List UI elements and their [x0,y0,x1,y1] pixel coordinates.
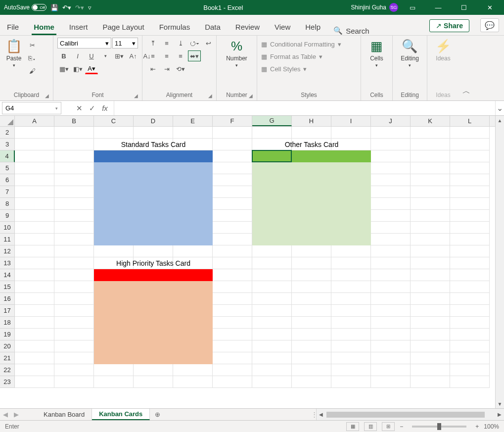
tab-review[interactable]: Review [233,20,262,35]
cell[interactable] [134,139,173,150]
user-avatar[interactable]: SG [389,3,398,12]
cell[interactable] [331,305,371,317]
row-header[interactable]: 4 [0,150,15,162]
new-sheet-button[interactable]: ⊕ [150,409,165,420]
cell[interactable] [54,305,94,317]
cell[interactable] [371,376,411,388]
card-body[interactable] [94,162,213,245]
cell[interactable] [450,376,490,388]
cell[interactable] [213,340,252,352]
zoom-slider[interactable] [412,426,466,428]
cell[interactable] [292,269,331,281]
number-format-button[interactable]: % Number ▾ [224,38,249,69]
redo-icon[interactable]: ↷▾ [75,4,84,11]
column-header[interactable]: F [213,116,252,126]
cell[interactable] [252,293,292,305]
cell[interactable] [371,150,411,162]
cell[interactable] [252,329,292,340]
column-header[interactable]: C [94,116,134,126]
cell[interactable] [450,150,490,162]
italic-button[interactable]: I [71,50,84,61]
cell[interactable] [411,186,450,198]
fx-icon[interactable]: fx [99,104,111,112]
cell[interactable] [450,222,490,234]
sheet-nav-prev-icon[interactable]: ◀ [0,409,11,420]
cell[interactable] [371,269,411,281]
merge-center-button[interactable]: ⬌▾ [188,50,201,61]
cell[interactable] [94,245,134,257]
cell[interactable] [134,376,173,388]
card-header[interactable] [94,150,213,162]
paste-button[interactable]: 📋 Paste ▾ [4,38,24,69]
cell[interactable] [450,174,490,186]
cell[interactable] [213,222,252,234]
row-header[interactable]: 10 [0,222,15,234]
horizontal-scrollbar[interactable]: ◀ ▶ [316,409,504,420]
row-header[interactable]: 22 [0,364,15,376]
orientation-icon[interactable]: ⭯▾ [188,38,201,48]
cell[interactable] [371,139,411,150]
cell[interactable] [15,352,54,364]
cell[interactable] [94,257,134,269]
cell[interactable] [213,329,252,340]
cell[interactable] [54,317,94,329]
vertical-scrollbar[interactable]: ▲ ▼ [495,116,504,408]
rtl-icon[interactable]: ⟲▾ [174,63,187,74]
column-header[interactable]: B [54,116,94,126]
cell[interactable] [213,174,252,186]
cell[interactable] [213,234,252,245]
decrease-indent-icon[interactable]: ⇤ [146,63,159,74]
row-header[interactable]: 8 [0,198,15,210]
cell[interactable] [94,127,134,139]
cell[interactable] [173,245,213,257]
fill-color-icon[interactable]: ◧▾ [71,63,84,74]
cell[interactable] [411,269,450,281]
cell[interactable] [371,257,411,269]
card-header[interactable] [252,150,371,162]
row-header[interactable]: 21 [0,352,15,364]
cell[interactable] [371,245,411,257]
cell[interactable] [15,234,54,245]
cell[interactable] [292,364,331,376]
cell[interactable] [213,352,252,364]
cell[interactable] [450,281,490,293]
cell[interactable] [252,127,292,139]
cell[interactable] [331,329,371,340]
cell[interactable] [411,364,450,376]
cell[interactable] [54,127,94,139]
cell[interactable] [371,305,411,317]
tell-me-search[interactable]: 🔍 Search [333,26,369,35]
cancel-icon[interactable]: ✕ [73,104,85,113]
cell[interactable] [213,210,252,222]
cell[interactable] [213,293,252,305]
row-header[interactable]: 12 [0,245,15,257]
align-right-icon[interactable]: ≡ [174,50,187,61]
cell[interactable] [411,281,450,293]
cell[interactable] [450,257,490,269]
column-header[interactable]: D [134,116,173,126]
cell[interactable] [411,340,450,352]
cell[interactable] [213,269,252,281]
card-body[interactable] [94,281,213,364]
tab-page-layout[interactable]: Page Layout [100,20,146,35]
column-header[interactable]: E [173,116,213,126]
cell[interactable] [411,305,450,317]
cell[interactable] [292,329,331,340]
formula-input[interactable] [114,101,495,115]
cell[interactable] [173,376,213,388]
tab-formulas[interactable]: Formulas [157,20,192,35]
sheet-nav-next-icon[interactable]: ▶ [11,409,22,420]
cell[interactable] [450,340,490,352]
cell[interactable] [450,305,490,317]
cell[interactable] [252,139,292,150]
cell[interactable] [54,269,94,281]
cell[interactable] [252,364,292,376]
borders-icon[interactable]: ▦▾ [57,63,70,74]
row-header[interactable]: 16 [0,293,15,305]
cell[interactable] [292,376,331,388]
cell[interactable] [331,281,371,293]
tab-home[interactable]: Home [32,20,56,35]
page-layout-view-icon[interactable]: ▥ [364,422,377,431]
row-header[interactable]: 6 [0,174,15,186]
scroll-left-icon[interactable]: ◀ [317,412,325,417]
